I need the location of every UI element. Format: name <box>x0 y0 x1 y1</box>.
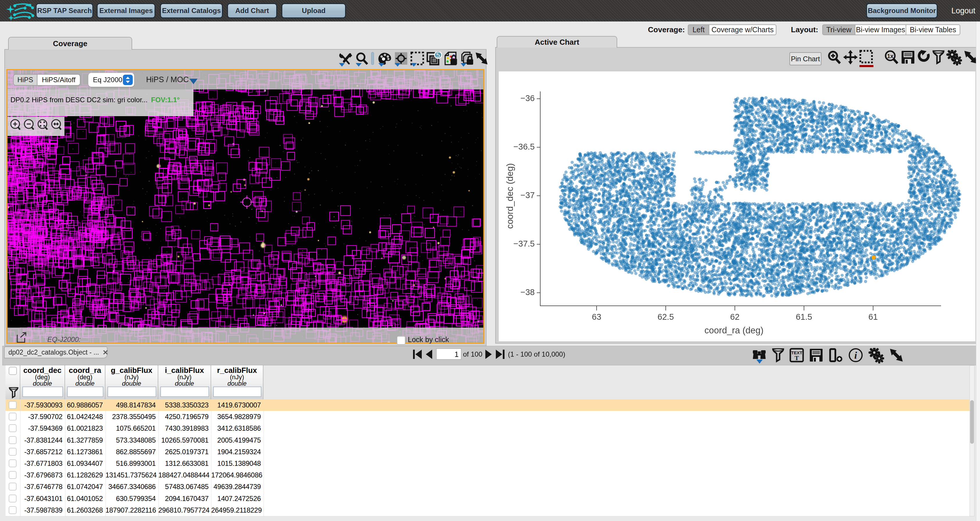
svg-text:1x: 1x <box>887 53 893 59</box>
svg-text:i: i <box>854 350 857 361</box>
svg-text:5: 5 <box>436 52 440 59</box>
svg-text:T: T <box>795 354 799 362</box>
